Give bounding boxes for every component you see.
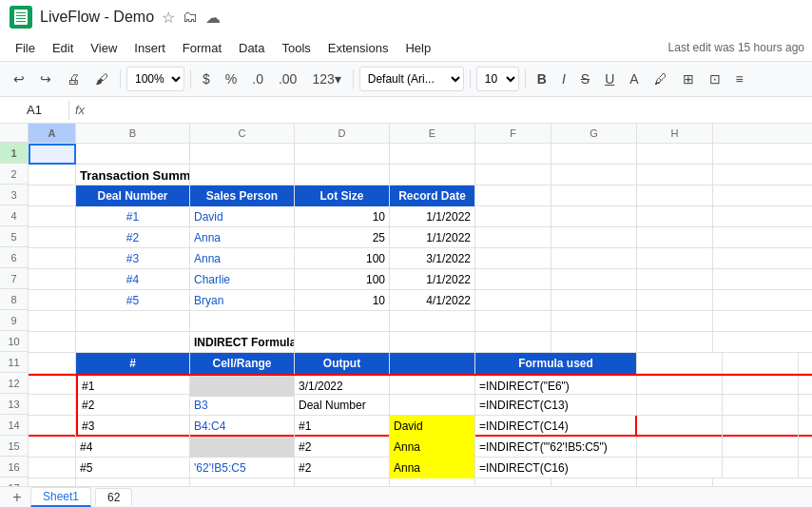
undo-button[interactable]: ↩	[8, 68, 30, 90]
cell-a17[interactable]	[29, 478, 76, 486]
decimal2-button[interactable]: .00	[273, 68, 302, 90]
cell-h5[interactable]	[637, 227, 713, 248]
cell-c1[interactable]	[190, 144, 295, 165]
cell-a11[interactable]	[29, 353, 76, 374]
cell-a5[interactable]	[29, 227, 76, 248]
cell-b12[interactable]: #1	[76, 376, 190, 397]
cell-h15[interactable]	[723, 437, 799, 458]
cell-f15[interactable]: =INDIRECT("'62'!B5:C5")	[475, 437, 637, 458]
row-1[interactable]: 1	[0, 143, 28, 164]
currency-button[interactable]: $	[197, 68, 216, 90]
cell-a8[interactable]	[29, 290, 76, 311]
highlight-button[interactable]: 🖊	[648, 68, 673, 90]
cell-b14[interactable]: #3	[76, 416, 190, 437]
cell-f9[interactable]	[475, 311, 551, 332]
cell-b15[interactable]: #4	[76, 437, 190, 458]
cell-g10[interactable]	[551, 332, 637, 353]
cell-h4[interactable]	[637, 206, 713, 227]
cell-f2[interactable]	[475, 165, 551, 185]
menu-file[interactable]: File	[8, 38, 43, 58]
cell-h11[interactable]	[723, 353, 799, 374]
cell-g17[interactable]	[551, 478, 637, 486]
cell-f17[interactable]	[475, 478, 551, 486]
col-header-c[interactable]: C	[190, 124, 295, 143]
cell-a10[interactable]	[29, 332, 76, 353]
row-3[interactable]: 3	[0, 185, 28, 205]
cell-g16[interactable]	[637, 458, 723, 478]
cell-c15[interactable]	[190, 437, 295, 458]
col-header-b[interactable]: B	[76, 124, 190, 143]
cell-a9[interactable]	[29, 311, 76, 332]
cell-e13[interactable]	[390, 395, 475, 416]
cell-e6[interactable]: 3/1/2022	[390, 248, 475, 269]
print-button[interactable]: 🖨	[61, 68, 86, 90]
cell-g6[interactable]	[551, 248, 637, 269]
cell-e4[interactable]: 1/1/2022	[390, 206, 475, 227]
row-7[interactable]: 7	[0, 268, 28, 289]
cell-e14[interactable]: David	[390, 416, 475, 437]
row-14[interactable]: 14	[0, 415, 28, 436]
cell-b9[interactable]	[76, 311, 190, 332]
cell-d4[interactable]: 10	[295, 206, 390, 227]
cell-b1[interactable]	[76, 144, 190, 165]
cell-c2[interactable]	[190, 165, 295, 185]
cell-g14[interactable]	[637, 416, 723, 437]
row-10[interactable]: 10	[0, 331, 28, 352]
decimal1-button[interactable]: .0	[246, 68, 269, 90]
font-size-select[interactable]: 10	[476, 67, 519, 91]
row-11[interactable]: 11	[0, 352, 28, 373]
row-4[interactable]: 4	[0, 205, 28, 226]
cell-g12[interactable]	[637, 376, 723, 397]
cell-h2[interactable]	[637, 165, 713, 185]
cell-g8[interactable]	[551, 290, 637, 311]
cell-e10[interactable]	[390, 332, 475, 353]
cell-a15[interactable]	[29, 437, 76, 458]
col-header-d[interactable]: D	[295, 124, 390, 143]
cell-h16[interactable]	[723, 458, 799, 478]
cell-c6[interactable]: Anna	[190, 248, 295, 269]
cell-a16[interactable]	[29, 458, 76, 478]
cell-d14[interactable]: #1	[295, 416, 390, 437]
cell-e16[interactable]: Anna	[390, 458, 475, 478]
cell-a14[interactable]	[29, 416, 76, 437]
cell-e9[interactable]	[390, 311, 475, 332]
cell-c17[interactable]	[190, 478, 295, 486]
cell-a13[interactable]	[29, 395, 76, 416]
align-button[interactable]: ≡	[730, 68, 749, 90]
cell-g9[interactable]	[551, 311, 637, 332]
cell-d16[interactable]: #2	[295, 458, 390, 478]
cell-a2[interactable]	[29, 165, 76, 185]
row-15[interactable]: 15	[0, 436, 28, 457]
cell-b2[interactable]: Transaction Summary	[76, 165, 190, 185]
cell-e1[interactable]	[390, 144, 475, 165]
row-9[interactable]: 9	[0, 310, 28, 331]
cell-reference[interactable]	[6, 103, 63, 117]
font-color-button[interactable]: A	[624, 68, 644, 90]
cell-d11[interactable]: Output	[295, 353, 390, 374]
cell-h9[interactable]	[637, 311, 713, 332]
row-8[interactable]: 8	[0, 289, 28, 310]
cell-a4[interactable]	[29, 206, 76, 227]
underline-button[interactable]: U	[599, 68, 620, 90]
cell-c11[interactable]: Cell/Range	[190, 353, 295, 374]
cell-c10[interactable]: INDIRECT Formulas examples	[190, 332, 295, 353]
cell-d10[interactable]	[295, 332, 390, 353]
cell-g13[interactable]	[637, 395, 723, 416]
cell-h13[interactable]	[723, 395, 799, 416]
borders-button[interactable]: ⊞	[677, 68, 700, 90]
cell-h1[interactable]	[637, 144, 713, 165]
cell-a6[interactable]	[29, 248, 76, 269]
cell-d9[interactable]	[295, 311, 390, 332]
col-header-g[interactable]: G	[551, 124, 637, 143]
font-family-select[interactable]: Default (Ari...	[359, 67, 464, 91]
strikethrough-button[interactable]: S	[575, 68, 595, 90]
cell-f5[interactable]	[475, 227, 551, 248]
cell-g2[interactable]	[551, 165, 637, 185]
cell-g7[interactable]	[551, 269, 637, 290]
cell-g5[interactable]	[551, 227, 637, 248]
percent-button[interactable]: %	[220, 68, 242, 90]
cell-f10[interactable]	[475, 332, 551, 353]
cell-f6[interactable]	[475, 248, 551, 269]
cell-e11[interactable]	[390, 353, 475, 374]
cell-b7[interactable]: #4	[76, 269, 190, 290]
